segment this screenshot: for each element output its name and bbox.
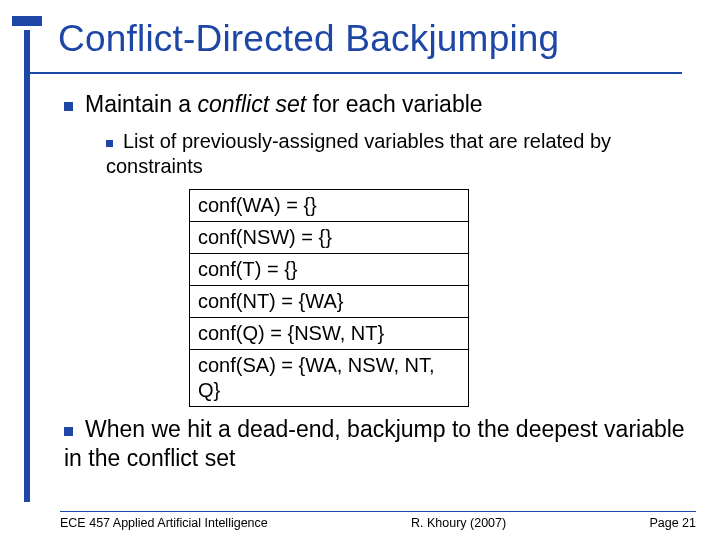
bullet-backjump: When we hit a dead-end, backjump to the … [64,415,692,473]
bullet-text-suffix: for each variable [306,91,482,117]
conf-row: conf(NSW) = {} [190,221,469,253]
slide-footer: ECE 457 Applied Artificial Intelligence … [60,511,696,530]
bullet-text-italic: conflict set [198,91,307,117]
bullet-icon [106,140,113,147]
slide-content: Maintain a conflict set for each variabl… [64,90,692,482]
footer-course: ECE 457 Applied Artificial Intelligence [60,516,268,530]
bullet-icon [64,427,73,436]
conf-row: conf(SA) = {WA, NSW, NT, Q} [190,349,469,406]
subbullet-text: List of previously-assigned variables th… [106,130,611,177]
slide-accent-bar [24,30,30,502]
conf-row: conf(Q) = {NSW, NT} [190,317,469,349]
conf-row: conf(NT) = {WA} [190,285,469,317]
title-underline [30,72,682,74]
conflict-set-table: conf(WA) = {} conf(NSW) = {} conf(T) = {… [189,189,469,407]
footer-page: Page 21 [649,516,696,530]
conf-row: conf(WA) = {} [190,189,469,221]
footer-author: R. Khoury (2007) [411,516,506,530]
bullet-maintain: Maintain a conflict set for each variabl… [64,90,692,119]
slide-title: Conflict-Directed Backjumping [58,18,559,60]
subbullet-list: List of previously-assigned variables th… [106,129,692,179]
bullet-icon [64,102,73,111]
bullet-text: When we hit a dead-end, backjump to the … [64,416,685,471]
footer-underline [60,511,696,512]
conf-row: conf(T) = {} [190,253,469,285]
bullet-text-prefix: Maintain a [85,91,198,117]
